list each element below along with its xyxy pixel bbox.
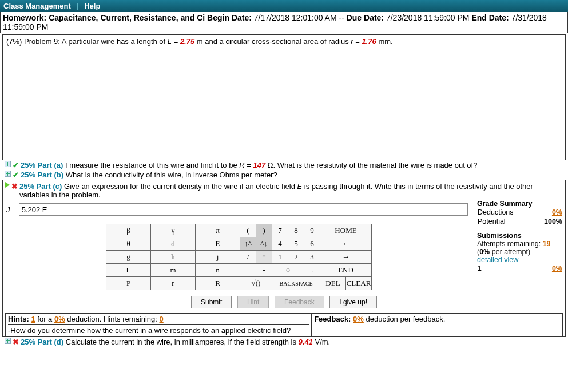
key-2[interactable]: 2 bbox=[288, 251, 304, 264]
feedback-text: deduction per feedback. bbox=[364, 315, 445, 323]
part-b-label: 25% Part (b) bbox=[21, 171, 63, 179]
key-g[interactable]: g bbox=[106, 251, 151, 264]
key-r[interactable]: r bbox=[151, 277, 196, 290]
expand-icon[interactable] bbox=[5, 171, 11, 177]
key-5[interactable]: 5 bbox=[288, 237, 304, 251]
menu-help[interactable]: Help bbox=[84, 2, 100, 10]
key-del[interactable]: DEL bbox=[320, 277, 346, 290]
key-rparen[interactable]: ) bbox=[256, 224, 272, 237]
answer-input[interactable] bbox=[19, 203, 468, 216]
problem-text-1: A particular wire has a length of bbox=[60, 37, 168, 46]
key-1[interactable]: 1 bbox=[272, 251, 288, 264]
key-super[interactable]: ↑^ bbox=[240, 237, 256, 251]
keypad: β γ π ( ) 7 8 9 HOME θ d E ↑^ ^↓ 4 5 6 ←… bbox=[106, 224, 372, 290]
play-icon bbox=[5, 182, 10, 188]
key-div[interactable]: / bbox=[240, 251, 256, 264]
grade-summary-header: Grade Summary bbox=[477, 200, 563, 208]
key-plus[interactable]: + bbox=[240, 264, 256, 277]
expand-icon[interactable] bbox=[5, 338, 11, 344]
deductions-label: Deductions bbox=[477, 208, 533, 217]
part-d-text-2: V/m. bbox=[313, 338, 330, 346]
menu-class-management[interactable]: Class Management bbox=[3, 2, 71, 10]
deductions-value: 0% bbox=[552, 208, 562, 216]
key-h[interactable]: h bbox=[151, 251, 196, 264]
perattempt-post: per attempt) bbox=[490, 248, 530, 256]
value-r: 1.76 bbox=[362, 37, 376, 46]
action-buttons: Submit Hint Feedback I give up! bbox=[5, 296, 563, 308]
problem-statement-box: (7%) Problem 9: A particular wire has a … bbox=[2, 34, 566, 160]
variable-L: L bbox=[168, 37, 172, 46]
feedback-label: Feedback: bbox=[314, 315, 353, 323]
x-icon: ✖ bbox=[13, 338, 19, 346]
key-gamma[interactable]: γ bbox=[151, 224, 196, 237]
key-L[interactable]: L bbox=[106, 264, 151, 277]
feedback-pct: 0% bbox=[353, 315, 364, 323]
top-menu-bar: Class Management | Help bbox=[0, 0, 568, 12]
equals-1: = bbox=[172, 37, 180, 46]
problem-number: (7%) Problem 9: bbox=[6, 37, 60, 46]
key-R[interactable]: R bbox=[196, 277, 240, 290]
part-a-row: ✔ 25% Part (a) I measure the resistance … bbox=[2, 160, 566, 170]
key-m[interactable]: m bbox=[151, 264, 196, 277]
equals-3: = bbox=[245, 161, 253, 169]
variable-R: R bbox=[239, 161, 244, 169]
key-right[interactable]: → bbox=[320, 251, 372, 264]
key-pi[interactable]: π bbox=[196, 224, 240, 237]
potential-value: 100% bbox=[544, 217, 562, 225]
part-a-text-1: I measure the resistance of this wire an… bbox=[63, 161, 239, 169]
value-field: 9.41 bbox=[299, 338, 313, 346]
key-3[interactable]: 3 bbox=[304, 251, 320, 264]
answer-equals: = bbox=[10, 205, 17, 214]
part-b-text: What is the conductivity of this wire, i… bbox=[63, 171, 277, 179]
key-clear[interactable]: CLEAR bbox=[346, 277, 372, 290]
key-end[interactable]: END bbox=[320, 264, 372, 277]
value-R: 147 bbox=[253, 161, 265, 169]
key-home[interactable]: HOME bbox=[320, 224, 372, 237]
end-date-label: End Date: bbox=[471, 13, 511, 22]
homework-title: Capacitance, Current, Resistance, and Ci bbox=[49, 13, 207, 22]
key-dot[interactable]: . bbox=[304, 264, 320, 277]
hints-mid: for a bbox=[35, 315, 54, 323]
hints-remaining: 0 bbox=[160, 315, 164, 323]
part-a-text-2: . What is the resistivity of the materia… bbox=[273, 161, 478, 169]
detailed-view-link[interactable]: detailed view bbox=[477, 256, 518, 264]
key-9[interactable]: 9 bbox=[304, 224, 320, 237]
part-a-label: 25% Part (a) bbox=[21, 161, 63, 169]
key-left[interactable]: ← bbox=[320, 237, 372, 251]
key-beta[interactable]: β bbox=[106, 224, 151, 237]
key-sqrt[interactable]: √() bbox=[240, 277, 272, 290]
key-n[interactable]: n bbox=[196, 264, 240, 277]
part-c-box: ✖ 25% Part (c) Give an expression for th… bbox=[2, 180, 566, 337]
key-6[interactable]: 6 bbox=[304, 237, 320, 251]
key-E[interactable]: E bbox=[196, 237, 240, 251]
key-minus[interactable]: - bbox=[256, 264, 272, 277]
equals-2: = bbox=[353, 37, 362, 46]
key-theta[interactable]: θ bbox=[106, 237, 151, 251]
part-c-text-1: Give an expression for the current densi… bbox=[62, 182, 297, 191]
answer-row: J = bbox=[6, 203, 472, 216]
key-backspace[interactable]: BACKSPACE bbox=[272, 277, 320, 290]
key-8[interactable]: 8 bbox=[288, 224, 304, 237]
key-mul[interactable]: * bbox=[256, 251, 272, 264]
homework-label: Homework: bbox=[3, 13, 49, 22]
hint-button[interactable]: Hint bbox=[237, 296, 269, 308]
giveup-button[interactable]: I give up! bbox=[329, 296, 377, 308]
key-0[interactable]: 0 bbox=[272, 264, 304, 277]
menu-separator: | bbox=[77, 2, 78, 10]
key-d[interactable]: d bbox=[151, 237, 196, 251]
key-P[interactable]: P bbox=[106, 277, 151, 290]
key-7[interactable]: 7 bbox=[272, 224, 288, 237]
submit-button[interactable]: Submit bbox=[191, 296, 232, 308]
expand-icon[interactable] bbox=[5, 161, 11, 167]
feedback-button[interactable]: Feedback bbox=[275, 296, 324, 308]
value-L: 2.75 bbox=[180, 37, 194, 46]
key-sub[interactable]: ^↓ bbox=[256, 237, 272, 251]
key-4[interactable]: 4 bbox=[272, 237, 288, 251]
hints-ded-text: deduction. Hints remaining: bbox=[65, 315, 160, 323]
key-j[interactable]: j bbox=[196, 251, 240, 264]
hints-count: 1 bbox=[31, 315, 35, 323]
attempts-value: 19 bbox=[543, 240, 551, 248]
part-c-label: 25% Part (c) bbox=[19, 182, 62, 191]
key-lparen[interactable]: ( bbox=[240, 224, 256, 237]
part-b-row: ✔ 25% Part (b) What is the conductivity … bbox=[2, 170, 566, 180]
